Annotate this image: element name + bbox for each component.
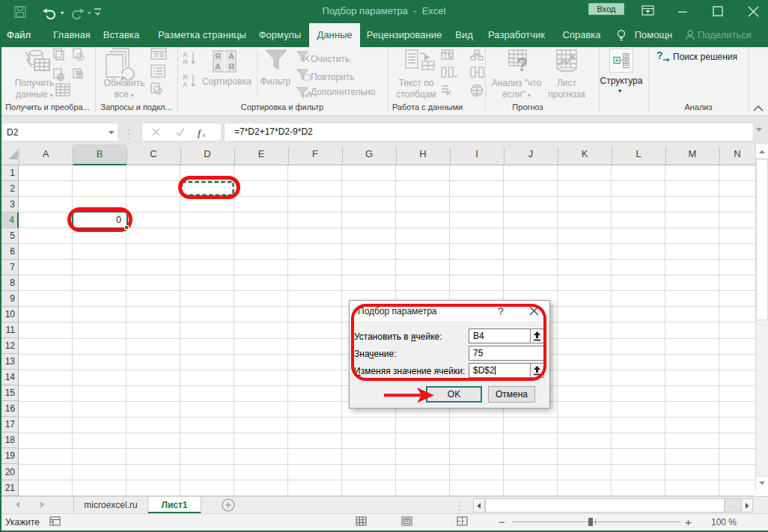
svg-text:?: ? (516, 54, 528, 74)
svg-text:Я: Я (228, 62, 234, 71)
svg-text:А: А (183, 51, 188, 58)
svg-text:Я: Я (215, 52, 221, 61)
svg-text:А: А (228, 52, 234, 61)
svg-text:?: ? (656, 49, 663, 61)
svg-text:А: А (215, 62, 221, 71)
svg-text:Я: Я (183, 58, 187, 66)
svg-text:x: x (201, 131, 205, 138)
